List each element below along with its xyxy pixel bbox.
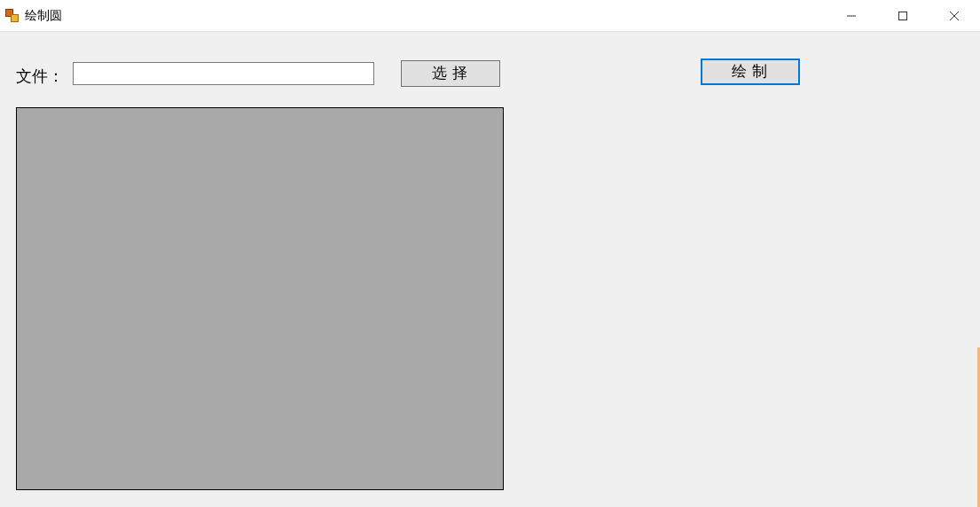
minimize-button[interactable] [826,0,877,31]
select-file-button[interactable]: 选择 [401,60,500,87]
maximize-button[interactable] [877,0,929,31]
window-controls [826,0,980,31]
window-title: 绘制圆 [25,8,62,24]
svg-rect-1 [899,12,907,20]
file-path-input[interactable] [73,62,374,85]
close-button[interactable] [929,0,980,31]
drawing-canvas [16,107,504,490]
file-label: 文件： [16,66,64,87]
title-left: 绘制圆 [5,8,62,24]
title-bar: 绘制圆 [0,0,980,32]
client-area: 文件： 选择 绘制 [0,32,980,507]
draw-button[interactable]: 绘制 [701,58,800,85]
app-icon [5,9,20,23]
